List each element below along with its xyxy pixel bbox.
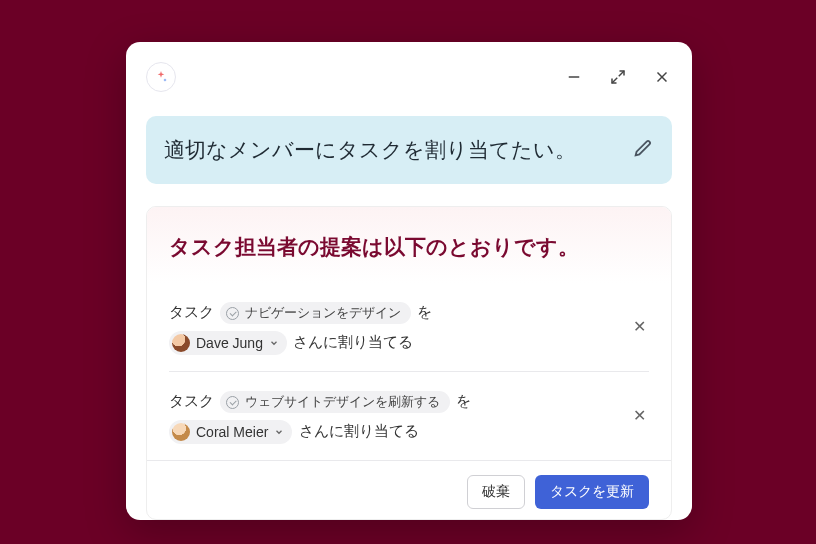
close-button[interactable] [652, 67, 672, 87]
remove-suggestion-button[interactable]: ✕ [629, 406, 649, 426]
user-prompt-text: 適切なメンバーにタスクを割り当てたい。 [164, 136, 576, 164]
ai-sparkle-icon [146, 62, 176, 92]
assignee-name: Coral Meier [196, 418, 268, 446]
titlebar [146, 60, 672, 94]
task-name: ナビゲーションをデザイン [245, 304, 401, 322]
chevron-down-icon [269, 329, 279, 357]
remove-suggestion-button[interactable]: ✕ [629, 317, 649, 337]
assignee-name: Dave Jung [196, 329, 263, 357]
chevron-down-icon [274, 418, 284, 446]
assignee-picker[interactable]: Dave Jung [169, 331, 287, 355]
assignee-picker[interactable]: Coral Meier [169, 420, 292, 444]
edit-prompt-button[interactable] [632, 137, 654, 163]
suggestion-row: タスク ウェブサイトデザインを刷新する を Coral Meier さんに割り当… [169, 371, 649, 460]
task-prefix-label: タスク [169, 392, 214, 409]
update-tasks-button[interactable]: タスクを更新 [535, 475, 649, 509]
discard-button[interactable]: 破棄 [467, 475, 525, 509]
avatar [172, 334, 190, 352]
minimize-button[interactable] [564, 67, 584, 87]
task-status-icon [226, 396, 239, 409]
response-card: タスク担当者の提案は以下のとおりです。 タスク ナビゲーションをデザイン を D… [146, 206, 672, 520]
task-status-icon [226, 307, 239, 320]
assign-suffix-label: さんに割り当てる [293, 333, 413, 350]
expand-button[interactable] [608, 67, 628, 87]
suggestion-row: タスク ナビゲーションをデザイン を Dave Jung さんに割り当てる ✕ [169, 283, 649, 371]
task-chip[interactable]: ナビゲーションをデザイン [220, 302, 411, 324]
task-name: ウェブサイトデザインを刷新する [245, 393, 440, 411]
action-row: 破棄 タスクを更新 [147, 460, 671, 519]
task-chip[interactable]: ウェブサイトデザインを刷新する [220, 391, 450, 413]
avatar [172, 423, 190, 441]
response-title: タスク担当者の提案は以下のとおりです。 [169, 233, 649, 261]
task-suffix-label: を [417, 303, 432, 320]
user-prompt-box: 適切なメンバーにタスクを割り当てたい。 [146, 116, 672, 184]
assign-suffix-label: さんに割り当てる [299, 422, 419, 439]
task-prefix-label: タスク [169, 303, 214, 320]
response-header: タスク担当者の提案は以下のとおりです。 [147, 207, 671, 283]
suggestion-list: タスク ナビゲーションをデザイン を Dave Jung さんに割り当てる ✕ [147, 283, 671, 460]
task-suffix-label: を [456, 392, 471, 409]
ai-assist-window: 適切なメンバーにタスクを割り当てたい。 タスク担当者の提案は以下のとおりです。 … [126, 42, 692, 520]
